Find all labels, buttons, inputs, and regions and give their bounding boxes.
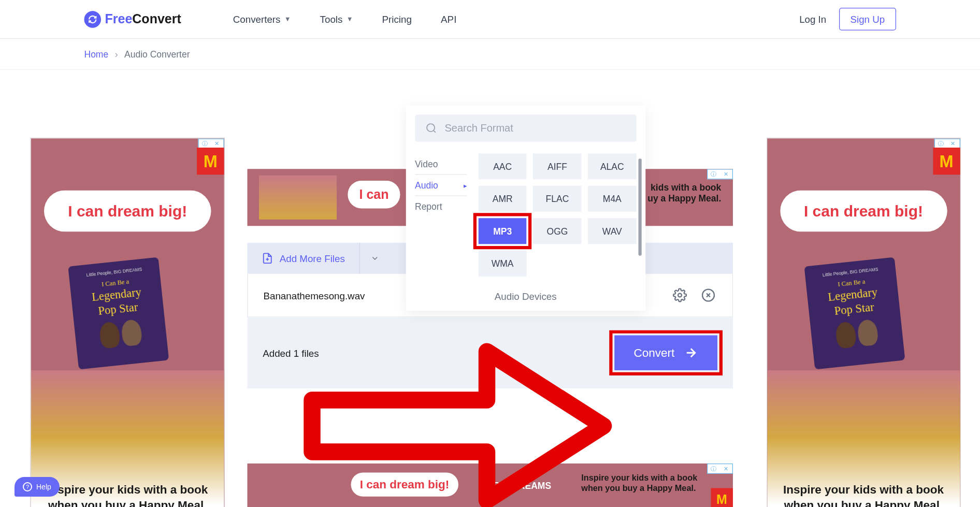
ad-badge-icon[interactable]: ⓘ✕: [707, 169, 733, 179]
banner-right: Inspire your kids with a book when you b…: [581, 473, 704, 493]
format-popup: Video Audio▸ Report AAC AIFF ALAC AMR FL…: [406, 106, 645, 311]
auth: Log In Sign Up: [799, 8, 896, 31]
nav-api[interactable]: API: [441, 13, 456, 24]
fmt-alac[interactable]: ALAC: [588, 153, 636, 179]
banner-text-right: kids with a bookuy a Happy Meal.: [647, 182, 721, 204]
mcdonalds-logo-icon: M: [933, 148, 960, 175]
add-more-dropdown[interactable]: [359, 243, 390, 274]
help-widget[interactable]: ? Help: [15, 477, 60, 497]
nav-pricing[interactable]: Pricing: [382, 13, 412, 24]
svg-line-6: [434, 131, 436, 133]
help-icon: ?: [23, 482, 32, 491]
login-link[interactable]: Log In: [799, 13, 826, 24]
chevron-down-icon: ▼: [284, 16, 291, 23]
chevron-down-icon: ▼: [347, 16, 353, 23]
signup-button[interactable]: Sign Up: [839, 8, 896, 31]
banner-mid: BIG DREAMS: [493, 481, 551, 491]
nav-converters[interactable]: Converters▼: [233, 13, 291, 24]
file-plus-icon: [262, 251, 273, 266]
fmt-wav[interactable]: WAV: [588, 218, 636, 244]
ad-right[interactable]: ⓘ✕ M I can dream big! Little People, BIG…: [766, 138, 960, 507]
audio-devices-label: Audio Devices: [415, 291, 637, 301]
ad-text: Inspire your kids with a book when you b…: [780, 483, 947, 507]
breadcrumb-current: Audio Converter: [124, 49, 190, 59]
mcdonalds-logo-icon: M: [711, 488, 733, 508]
banner-headline: I can: [348, 181, 400, 209]
logo-free: Free: [105, 12, 133, 26]
format-grid: AAC AIFF ALAC AMR FLAC M4A MP3 OGG WAV W…: [478, 153, 636, 277]
ad-text: Inspire your kids with a book when you b…: [44, 483, 211, 507]
ad-badge-icon[interactable]: ⓘ✕: [707, 463, 733, 474]
logo[interactable]: FreeConvert: [84, 11, 181, 28]
remove-file-button[interactable]: [700, 287, 717, 304]
gear-icon: [672, 288, 687, 302]
banner-headline: I can dream big!: [351, 473, 458, 497]
fmt-m4a[interactable]: M4A: [588, 186, 636, 212]
ad-left[interactable]: ⓘ✕ M I can dream big! Little People, BIG…: [31, 138, 225, 507]
nav-tools[interactable]: Tools▼: [320, 13, 353, 24]
breadcrumb-home[interactable]: Home: [84, 49, 109, 59]
cat-report[interactable]: Report: [415, 196, 467, 217]
search-format-input[interactable]: [444, 122, 626, 134]
ad-headline: I can dream big!: [44, 191, 211, 232]
center-column: Au The be ⓘ✕ I can kids with a bookuy a …: [247, 106, 733, 507]
search-format-box[interactable]: [415, 114, 637, 142]
fmt-mp3[interactable]: MP3: [478, 218, 526, 244]
add-more-files-button[interactable]: Add More Files: [247, 243, 359, 274]
fmt-amr[interactable]: AMR: [478, 186, 526, 212]
svg-point-5: [427, 124, 435, 132]
convert-button[interactable]: Convert: [614, 336, 717, 371]
fmt-wma[interactable]: WMA: [478, 251, 526, 277]
ad-book: Little People, BIG DREAMS I Can Be a Leg…: [804, 257, 905, 369]
main: ⓘ✕ M I can dream big! Little People, BIG…: [0, 106, 980, 507]
file-actions: [671, 287, 717, 304]
settings-button[interactable]: [671, 287, 688, 304]
fmt-aiff[interactable]: AIFF: [533, 153, 581, 179]
caret-right-icon: ▸: [464, 182, 467, 189]
header: FreeConvert Converters▼ Tools▼ Pricing A…: [0, 0, 980, 39]
nav: Converters▼ Tools▼ Pricing API: [233, 13, 457, 24]
ad-headline: I can dream big!: [780, 191, 947, 232]
fmt-ogg[interactable]: OGG: [533, 218, 581, 244]
svg-point-0: [678, 294, 682, 297]
close-circle-icon: [701, 288, 715, 302]
search-icon: [425, 122, 437, 134]
scrollbar[interactable]: [638, 158, 641, 256]
logo-convert: Convert: [132, 12, 181, 26]
arrow-right-icon: [684, 346, 698, 360]
logo-icon: [84, 11, 102, 28]
chevron-down-icon: [370, 254, 380, 263]
ad-book: Little People, BIG DREAMS I Can Be a Leg…: [68, 257, 169, 369]
cat-audio[interactable]: Audio▸: [415, 175, 467, 196]
fmt-aac[interactable]: AAC: [478, 153, 526, 179]
breadcrumb: Home › Audio Converter: [0, 39, 980, 70]
cat-video[interactable]: Video: [415, 153, 467, 175]
chevron-right-icon: ›: [115, 49, 118, 59]
bottom-banner-ad[interactable]: ⓘ✕ I can dream big! BIG DREAMS Inspire y…: [247, 463, 733, 507]
mcdonalds-logo-icon: M: [197, 148, 224, 175]
bottom-row: Added 1 files Convert: [247, 317, 733, 389]
fmt-flac[interactable]: FLAC: [533, 186, 581, 212]
added-count: Added 1 files: [263, 347, 319, 358]
category-list: Video Audio▸ Report: [415, 153, 467, 277]
